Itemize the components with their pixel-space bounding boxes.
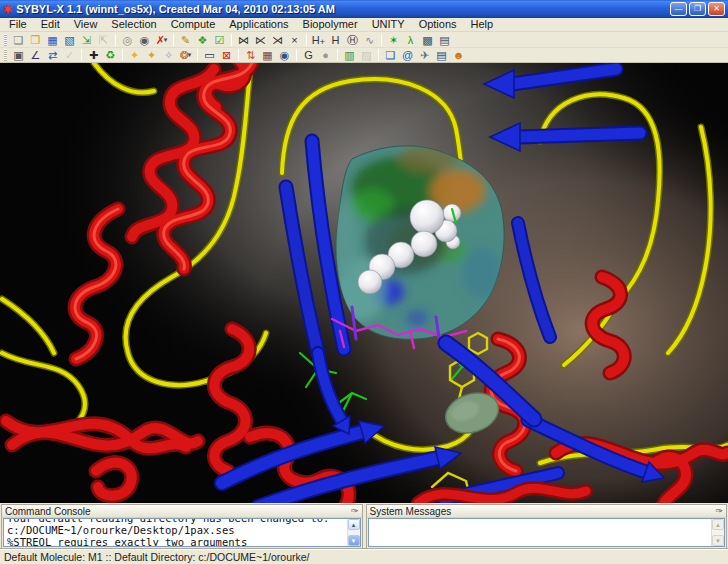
command-console-panel: Command Console ✑ Your default reading d…: [1, 504, 363, 549]
display-options-button[interactable]: ▣: [10, 48, 27, 62]
menu-file[interactable]: File: [2, 18, 34, 31]
bond-invert-button[interactable]: ⋈: [235, 33, 252, 47]
title-bar[interactable]: ✱ SYBYL-X 1.1 (winnt_os5x), Created Mar …: [0, 0, 728, 18]
3d-viewport[interactable]: [0, 63, 728, 503]
remove-label-button[interactable]: ⊠: [218, 48, 235, 62]
new-file-button[interactable]: ❏: [10, 33, 27, 47]
benzene-ring-icon: ✶: [389, 34, 398, 46]
hide-display-icon: ▨: [361, 49, 371, 61]
mouse-g-mode-button[interactable]: G: [300, 48, 317, 62]
show-hydrogens-button[interactable]: H: [327, 33, 344, 47]
menu-compute[interactable]: Compute: [164, 18, 223, 31]
menu-applications[interactable]: Applications: [222, 18, 295, 31]
menu-unity[interactable]: UNITY: [365, 18, 412, 31]
snapshot-camera-button[interactable]: ◉: [136, 33, 153, 47]
bond-split-button[interactable]: ⋊: [269, 33, 286, 47]
new-file-icon: ❏: [14, 34, 24, 46]
bond-delete-button[interactable]: ×: [286, 33, 303, 47]
menu-view[interactable]: View: [67, 18, 105, 31]
save-as-button[interactable]: ▧: [61, 33, 78, 47]
open-file-button[interactable]: ❒: [27, 33, 44, 47]
display-options-icon: ▣: [13, 49, 23, 61]
window-stack-icon: ❏: [386, 49, 396, 61]
system-messages-output[interactable]: [369, 519, 712, 546]
bond-fuse-icon: ⋉: [255, 34, 266, 46]
display-sphere-button[interactable]: ◉: [276, 48, 293, 62]
bond-invert-icon: ⋈: [238, 34, 249, 46]
toolbar-row-1: ❏❒▦▧⇲⇱◎◉✗▾✎❖☑⋈⋉⋊×H₊HⒽ∿✶λ▩▤: [0, 32, 728, 48]
swap-display-button[interactable]: ⇅: [242, 48, 259, 62]
bond-fuse-button[interactable]: ⋉: [252, 33, 269, 47]
system-messages-scrollbar[interactable]: ▲ ▼: [711, 519, 724, 546]
measure-geometry-button[interactable]: ∠: [27, 48, 44, 62]
system-messages-body: ▲ ▼: [368, 518, 726, 547]
pin-icon[interactable]: ✑: [351, 506, 359, 516]
refresh-display-icon: ⇄: [48, 49, 57, 61]
display-sphere-icon: ◉: [280, 49, 290, 61]
toolbar-separator: [306, 34, 307, 46]
console-scrollbar[interactable]: ▲ ▼: [347, 519, 360, 546]
move-center-button[interactable]: ✚: [85, 48, 102, 62]
selection-table-button[interactable]: ▩: [419, 33, 436, 47]
window-stack-button[interactable]: ❏: [382, 48, 399, 62]
scroll-down-icon[interactable]: ▼: [348, 535, 360, 546]
molecular-spreadsheet-button[interactable]: ▤: [436, 33, 453, 47]
system-messages-panel: System Messages ✑ ▲ ▼: [366, 504, 728, 549]
add-label-button[interactable]: ▭: [201, 48, 218, 62]
system-messages-header[interactable]: System Messages ✑: [367, 505, 727, 518]
add-hydrogens-button[interactable]: H₊: [310, 33, 327, 47]
toolbar-grip[interactable]: [4, 34, 7, 46]
benzene-ring-button[interactable]: ✶: [385, 33, 402, 47]
menu-biopolymer[interactable]: Biopolymer: [296, 18, 365, 31]
toolbar-grip[interactable]: [4, 49, 7, 61]
display-panels-button[interactable]: ▥: [341, 48, 358, 62]
command-console-header[interactable]: Command Console ✑: [2, 505, 362, 518]
save-button[interactable]: ▦: [44, 33, 61, 47]
console-output[interactable]: Your default reading directory has been …: [4, 519, 347, 546]
menu-selection[interactable]: Selection: [104, 18, 163, 31]
minimize-button[interactable]: —: [670, 2, 687, 16]
toolbar-separator: [81, 49, 82, 61]
add-light-button[interactable]: ✦: [126, 48, 143, 62]
status-text: Default Molecule: M1 :: Default Director…: [4, 551, 309, 563]
pin-icon[interactable]: ✑: [715, 506, 723, 516]
console-line: %STREQL requires exactly two arguments: [7, 536, 347, 546]
delete-menu-button[interactable]: ✗▾: [153, 33, 170, 47]
scroll-up-icon[interactable]: ▲: [348, 519, 360, 530]
table-check-icon: ☑: [215, 34, 225, 46]
toggle-hydrogens-button[interactable]: Ⓗ: [344, 33, 361, 47]
scroll-down-icon[interactable]: ▼: [712, 535, 724, 546]
refresh-display-button[interactable]: ⇄: [44, 48, 61, 62]
reset-view-button[interactable]: ♻: [102, 48, 119, 62]
apply-changes-button: ✓: [61, 48, 78, 62]
menu-edit[interactable]: Edit: [34, 18, 67, 31]
display-capture-button[interactable]: ▦: [259, 48, 276, 62]
light-dim-button[interactable]: ✧: [160, 48, 177, 62]
display-panels-icon: ▥: [344, 49, 354, 61]
molecule-window-button[interactable]: ❖: [194, 33, 211, 47]
benchware-button[interactable]: ☻: [450, 48, 467, 62]
mouse-settings-button[interactable]: ●: [317, 48, 334, 62]
menu-help[interactable]: Help: [464, 18, 501, 31]
sketch-molecule-button[interactable]: ✎: [177, 33, 194, 47]
light-on-button[interactable]: ✦: [143, 48, 160, 62]
restore-button[interactable]: ❐: [689, 2, 706, 16]
table-check-button[interactable]: ☑: [211, 33, 228, 47]
benchware-icon: ☻: [453, 49, 465, 61]
toolbar-separator: [296, 49, 297, 61]
wand-tool-button[interactable]: ∿: [361, 33, 378, 47]
close-button[interactable]: ✕: [708, 2, 725, 16]
toolbar-separator: [173, 34, 174, 46]
send-view-button[interactable]: ✈: [416, 48, 433, 62]
show-hydrogens-icon: H: [332, 34, 340, 46]
network-display-button[interactable]: @: [399, 48, 416, 62]
pick-atom-button[interactable]: λ: [402, 33, 419, 47]
dual-screen-button[interactable]: ▤: [433, 48, 450, 62]
menu-options[interactable]: Options: [412, 18, 464, 31]
color-palette-button[interactable]: ❂▾: [177, 48, 194, 62]
scroll-up-icon[interactable]: ▲: [712, 519, 724, 530]
ring-tool-button[interactable]: ◎: [119, 33, 136, 47]
swap-display-icon: ⇅: [246, 49, 255, 61]
import-button[interactable]: ⇲: [78, 33, 95, 47]
toolbar-separator: [122, 49, 123, 61]
